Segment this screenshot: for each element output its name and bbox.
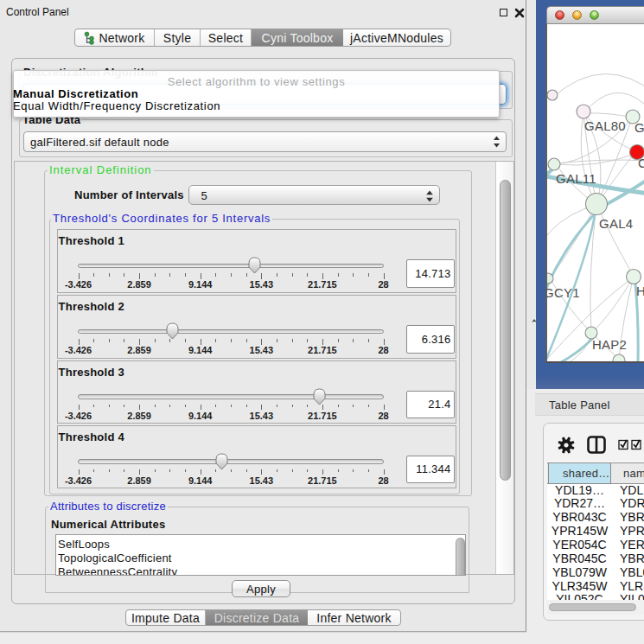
svg-text:GA: GA xyxy=(634,120,644,135)
svg-text:GAL80: GAL80 xyxy=(584,118,626,133)
svg-text:GAL11: GAL11 xyxy=(556,171,596,186)
svg-text:HAP2: HAP2 xyxy=(592,337,627,352)
svg-text:GAL4: GAL4 xyxy=(599,216,633,231)
svg-text:C: C xyxy=(638,156,644,170)
svg-text:H: H xyxy=(636,284,644,298)
svg-text:GCY1: GCY1 xyxy=(547,285,580,300)
